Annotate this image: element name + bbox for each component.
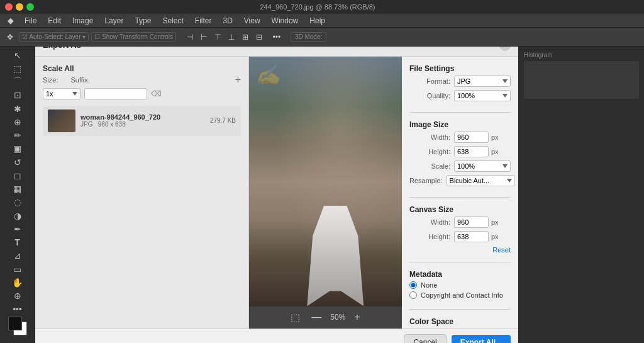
menu-help[interactable]: Help xyxy=(304,15,330,26)
move-tool[interactable]: ↖ xyxy=(6,49,29,61)
blur-tool[interactable]: ◌ xyxy=(6,196,29,208)
format-label: Format: xyxy=(409,77,450,85)
clone-tool[interactable]: ▣ xyxy=(6,143,29,155)
align-tools: ⊣ ⊢ ⊤ ⊥ ⊞ ⊟ xyxy=(184,31,265,43)
divider-1 xyxy=(409,112,511,113)
dialog-footer: Cancel Export All... xyxy=(35,329,518,344)
minimize-btn[interactable] xyxy=(16,3,23,11)
menu-image[interactable]: Image xyxy=(67,15,98,26)
preview-image-container: ✍ xyxy=(249,57,402,306)
menu-ps[interactable]: ◆ xyxy=(3,15,18,26)
suffix-input[interactable] xyxy=(84,88,147,99)
align-left-icon[interactable]: ⊣ xyxy=(184,31,196,43)
image-mode-icon[interactable]: ⬚ xyxy=(288,310,303,325)
eraser-tool[interactable]: ◻ xyxy=(6,169,29,181)
dodge-tool[interactable]: ◑ xyxy=(6,210,29,222)
dialog-close-button[interactable]: × xyxy=(499,47,511,51)
menu-select[interactable]: Select xyxy=(157,15,188,26)
ps-titlebar: 244_960_720.jpg @ 88.73% (RGB/8) xyxy=(0,0,644,14)
menu-view[interactable]: View xyxy=(239,15,265,26)
crop-tool[interactable]: ⊡ xyxy=(6,89,29,101)
zoom-out-icon[interactable]: — xyxy=(309,310,324,324)
reset-link[interactable]: Reset xyxy=(492,246,511,254)
scale-all-header: Scale All xyxy=(43,64,241,73)
file-type-dimensions: JPG 960 x 638 xyxy=(80,121,205,128)
menu-3d[interactable]: 3D xyxy=(218,15,237,26)
menu-type[interactable]: Type xyxy=(130,15,156,26)
preview-toolbar: ⬚ — 50% + xyxy=(249,306,402,329)
divider-3 xyxy=(409,262,511,262)
history-tool[interactable]: ↺ xyxy=(6,156,29,168)
dialog-right-panel: File Settings Format: JPG PNG GIF SVG xyxy=(402,57,518,329)
shape-tool[interactable]: ▭ xyxy=(6,263,29,275)
hand-tool[interactable]: ✋ xyxy=(6,276,29,288)
file-info: woman-984244_960_720 JPG 960 x 638 xyxy=(80,113,205,128)
none-label: None xyxy=(421,281,437,289)
more-tool[interactable]: ••• xyxy=(6,303,29,315)
align-middle-icon[interactable]: ⊞ xyxy=(239,31,252,43)
remove-size-icon[interactable]: ⌫ xyxy=(151,89,162,98)
menu-filter[interactable]: Filter xyxy=(190,15,217,26)
heal-tool[interactable]: ⊕ xyxy=(6,116,29,128)
resample-select[interactable]: Bicubic Aut... Bicubic Bilinear Nearest … xyxy=(447,175,515,186)
height-unit: px xyxy=(491,148,499,155)
divider-4 xyxy=(409,309,511,310)
menu-window[interactable]: Window xyxy=(267,15,304,26)
menubar: ◆ File Edit Image Layer Type Select Filt… xyxy=(0,14,644,28)
cancel-button[interactable]: Cancel xyxy=(404,334,446,344)
color-space-section: Color Space — xyxy=(409,317,511,329)
align-bottom-icon[interactable]: ⊟ xyxy=(253,31,265,43)
pen-tool[interactable]: ✒ xyxy=(6,223,29,235)
file-settings-section: File Settings Format: JPG PNG GIF SVG xyxy=(409,64,511,104)
histogram-label: Histogram xyxy=(524,52,639,59)
toolbar-move-icon[interactable]: ✥ xyxy=(4,31,16,43)
type-tool[interactable]: T xyxy=(6,237,29,249)
menu-layer[interactable]: Layer xyxy=(99,15,128,26)
selection-tool[interactable]: ⬚ xyxy=(6,62,29,74)
lasso-tool[interactable]: ⌒ xyxy=(6,76,29,88)
foreground-color[interactable] xyxy=(8,317,27,335)
ps-right-panel: Histogram xyxy=(518,47,644,343)
align-top-icon[interactable]: ⊥ xyxy=(225,31,238,43)
scale-label: Scale: xyxy=(409,162,450,170)
none-radio[interactable] xyxy=(409,281,417,289)
canvas-width-input[interactable] xyxy=(454,216,489,228)
3d-mode[interactable]: 3D Mode: xyxy=(291,32,326,42)
canvas-size-section: Canvas Size Width: px Height: xyxy=(409,205,511,254)
export-button[interactable]: Export All... xyxy=(452,335,511,344)
suffix-label: Suffix: xyxy=(70,76,89,84)
scale-select[interactable]: 1x 0.5x 1.5x 2x 3x xyxy=(43,88,80,99)
canvas-height-input[interactable] xyxy=(454,231,489,242)
auto-select-option[interactable]: ☑ Auto-Select: Layer ▾ xyxy=(19,32,89,42)
format-select[interactable]: JPG PNG GIF SVG WebP xyxy=(454,76,511,87)
gradient-tool[interactable]: ▦ xyxy=(6,183,29,195)
resample-label: Resample: xyxy=(409,177,443,184)
dialog-left-panel: Scale All Size: Suffix: + 1x 0.5x 1. xyxy=(35,57,249,329)
path-tool[interactable]: ⊿ xyxy=(6,250,29,262)
modal-overlay: Export As × Scale All Size: Suffix: + xyxy=(35,47,518,343)
add-size-icon[interactable]: + xyxy=(235,74,241,86)
scale-select-image[interactable]: 100% 50% 150% 200% xyxy=(454,160,511,172)
canvas-width-unit: px xyxy=(491,218,499,226)
more-icon[interactable]: ••• xyxy=(270,31,283,43)
zoom-in-icon[interactable]: + xyxy=(352,310,362,324)
menu-file[interactable]: File xyxy=(19,15,42,26)
maximize-btn[interactable] xyxy=(26,3,34,11)
eyedropper-tool[interactable]: ✱ xyxy=(6,103,29,115)
size-label: Size: xyxy=(43,76,58,84)
width-unit: px xyxy=(491,133,499,141)
quality-select[interactable]: 100% 90% 80% 70% 60% 50% xyxy=(454,90,511,101)
metadata-section: Metadata None Copyright and Contact Info xyxy=(409,270,511,301)
menu-edit[interactable]: Edit xyxy=(43,15,66,26)
brush-tool[interactable]: ✏ xyxy=(6,130,29,142)
window-controls[interactable] xyxy=(5,3,34,11)
copyright-radio[interactable] xyxy=(409,291,417,299)
align-center-icon[interactable]: ⊢ xyxy=(197,31,210,43)
align-right-icon[interactable]: ⊤ xyxy=(211,31,224,43)
transform-controls[interactable]: ☐ Show Transform Controls xyxy=(91,32,176,42)
width-input[interactable] xyxy=(454,132,489,143)
height-input[interactable] xyxy=(454,146,489,157)
close-btn[interactable] xyxy=(5,3,13,11)
metadata-title: Metadata xyxy=(409,270,511,279)
zoom-tool[interactable]: ⊕ xyxy=(6,290,29,302)
